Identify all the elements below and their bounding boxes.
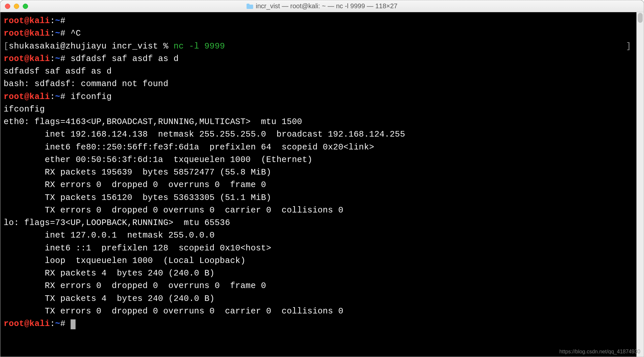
terminal-line: TX errors 0 dropped 0 overruns 0 carrier… — [4, 204, 633, 217]
terminal-line: root@kali:~# ^C — [4, 27, 633, 40]
terminal-line: TX errors 0 dropped 0 overruns 0 carrier… — [4, 305, 633, 318]
cursor-icon — [71, 319, 76, 329]
traffic-lights — [5, 4, 28, 9]
prompt-colon: : — [50, 29, 55, 38]
terminal-line: bash: sdfadsf: command not found — [4, 78, 633, 90]
terminal-line: inet6 ::1 prefixlen 128 scopeid 0x10<hos… — [4, 242, 633, 255]
prompt-user: root — [4, 319, 24, 329]
close-button[interactable] — [5, 4, 10, 9]
terminal-line: ether 00:50:56:3f:6d:1a txqueuelen 1000 … — [4, 154, 633, 166]
terminal-area: root@kali:~# root@kali:~# ^C[shukasakai@… — [0, 12, 644, 357]
maximize-button[interactable] — [23, 4, 28, 9]
prompt-at: @ — [24, 92, 29, 102]
prompt-user: root — [4, 29, 24, 38]
terminal-line: RX errors 0 dropped 0 overruns 0 frame 0 — [4, 179, 633, 191]
scrollbar-thumb[interactable] — [638, 13, 643, 23]
terminal-line: inet 192.168.124.138 netmask 255.255.255… — [4, 128, 633, 141]
command-text: sdfadsf saf asdf as d — [65, 54, 178, 64]
prompt-hash: # — [60, 16, 66, 26]
window-title: incr_vist — root@kali: ~ — nc -l 9999 — … — [246, 2, 397, 10]
prompt-colon: : — [50, 16, 55, 26]
terminal-line: inet 127.0.0.1 netmask 255.0.0.0 — [4, 229, 633, 242]
terminal-line: inet6 fe80::250:56ff:fe3f:6d1a prefixlen… — [4, 141, 633, 154]
terminal-line: [shukasakai@zhujiayu incr_vist % nc -l 9… — [4, 40, 633, 53]
bracket-close: ] — [626, 40, 633, 53]
terminal-line: root@kali:~# — [4, 318, 633, 330]
terminal-line: RX packets 195639 bytes 58572477 (55.8 M… — [4, 166, 633, 179]
prompt-colon: : — [50, 54, 55, 64]
terminal-line: root@kali:~# sdfadsf saf asdf as d — [4, 53, 633, 65]
prompt-host: kali — [29, 92, 50, 102]
prompt-host: kali — [29, 54, 50, 64]
prompt-hash: # — [60, 54, 66, 64]
prompt-user: root — [4, 92, 24, 102]
prompt-path: ~ — [55, 319, 60, 329]
prompt-user: root — [4, 16, 24, 26]
prompt-path: ~ — [55, 16, 60, 26]
prompt-hash: # — [60, 319, 66, 329]
prompt-path: ~ — [55, 92, 60, 102]
minimize-button[interactable] — [14, 4, 19, 9]
prompt-at: @ — [24, 319, 29, 329]
command-text: ifconfig — [65, 92, 112, 102]
terminal-output[interactable]: root@kali:~# root@kali:~# ^C[shukasakai@… — [0, 12, 636, 357]
window-title-text: incr_vist — root@kali: ~ — nc -l 9999 — … — [256, 2, 397, 10]
prompt-host: kali — [29, 16, 50, 26]
scrollbar-track[interactable] — [636, 12, 644, 357]
command-text: ^C — [65, 29, 81, 38]
command-text — [65, 16, 71, 26]
terminal-line: eth0: flags=4163<UP,BROADCAST,RUNNING,MU… — [4, 116, 633, 128]
prompt-at: @ — [24, 54, 29, 64]
watermark-text: https://blog.csdn.net/qq_41874930 — [559, 349, 640, 355]
local-shell-prompt: shukasakai@zhujiayu incr_vist % — [9, 42, 174, 51]
terminal-line: RX packets 4 bytes 240 (240.0 B) — [4, 267, 633, 280]
terminal-line: RX errors 0 dropped 0 overruns 0 frame 0 — [4, 280, 633, 292]
prompt-host: kali — [29, 319, 50, 329]
terminal-line: sdfadsf saf asdf as d — [4, 65, 633, 78]
prompt-at: @ — [24, 16, 29, 26]
prompt-host: kali — [29, 29, 50, 38]
prompt-path: ~ — [55, 54, 60, 64]
terminal-line: lo: flags=73<UP,LOOPBACK,RUNNING> mtu 65… — [4, 217, 633, 229]
terminal-line: root@kali:~# ifconfig — [4, 91, 633, 103]
terminal-line: TX packets 156120 bytes 53633305 (51.1 M… — [4, 192, 633, 204]
bracket-open: [ — [4, 42, 9, 51]
nc-command: nc -l 9999 — [174, 42, 225, 51]
command-text — [65, 319, 71, 329]
prompt-hash: # — [60, 92, 66, 102]
terminal-line: TX packets 4 bytes 240 (240.0 B) — [4, 293, 633, 305]
terminal-window: incr_vist — root@kali: ~ — nc -l 9999 — … — [0, 0, 644, 357]
terminal-line: ifconfig — [4, 103, 633, 116]
prompt-hash: # — [60, 29, 66, 38]
prompt-colon: : — [50, 92, 55, 102]
prompt-colon: : — [50, 319, 55, 329]
folder-icon — [246, 4, 253, 9]
titlebar: incr_vist — root@kali: ~ — nc -l 9999 — … — [0, 0, 644, 12]
prompt-user: root — [4, 54, 24, 64]
terminal-line: root@kali:~# — [4, 15, 633, 27]
prompt-path: ~ — [55, 29, 60, 38]
terminal-line: loop txqueuelen 1000 (Local Loopback) — [4, 255, 633, 267]
prompt-at: @ — [24, 29, 29, 38]
